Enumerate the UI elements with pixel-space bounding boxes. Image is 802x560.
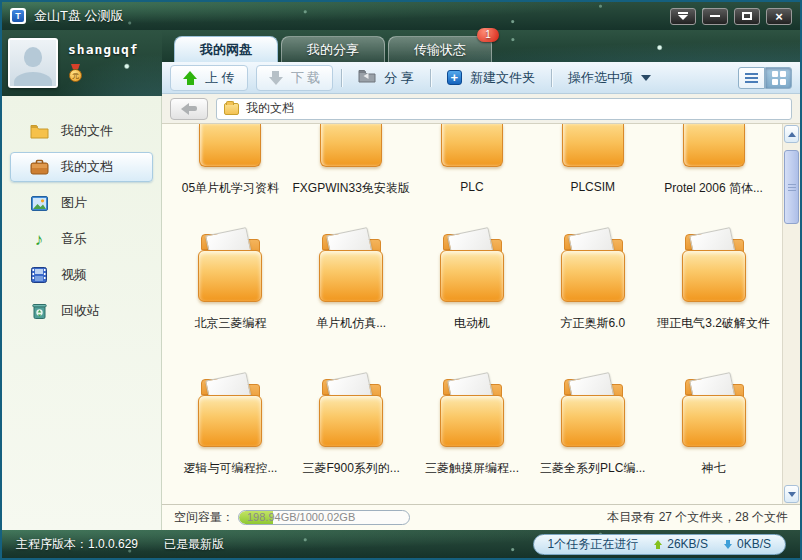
capacity-value: 198.94GB/1000.02GB bbox=[247, 511, 355, 524]
sidebar-item-recycle-bin[interactable]: 回收站 bbox=[10, 296, 153, 326]
folder-label: Protel 2006 简体... bbox=[664, 180, 763, 197]
minimize-button[interactable] bbox=[702, 8, 728, 25]
folder-item[interactable]: Protel 2006 简体... bbox=[653, 124, 774, 222]
folder-item[interactable]: 电动机 bbox=[412, 222, 533, 367]
back-arrow-icon bbox=[181, 103, 197, 115]
folder-item[interactable]: 方正奥斯6.0 bbox=[532, 222, 653, 367]
window-title: 金山T盘 公测版 bbox=[34, 7, 124, 25]
folder-item[interactable]: 三菱全系列PLC编... bbox=[532, 367, 653, 504]
download-speed-icon bbox=[724, 540, 732, 549]
tab-transfer-status[interactable]: 传输状态 1 bbox=[388, 36, 492, 62]
status-bar: 主程序版本：1.0.0.629 已是最新版 1个任务正在进行 26KB/S 0K… bbox=[2, 530, 800, 558]
share-button[interactable]: 分 享 bbox=[350, 66, 422, 90]
recycle-bin-icon bbox=[29, 302, 49, 320]
download-speed: 0KB/S bbox=[737, 537, 771, 551]
breadcrumb-bar: 我的文档 bbox=[162, 94, 800, 124]
maximize-icon bbox=[742, 12, 752, 20]
folder-item[interactable]: 神七 bbox=[653, 367, 774, 504]
folder-item[interactable]: 逻辑与可编程控... bbox=[170, 367, 291, 504]
breadcrumb-path: 我的文档 bbox=[246, 100, 294, 117]
tab-my-drive[interactable]: 我的网盘 bbox=[174, 36, 278, 62]
grid-view-button[interactable] bbox=[765, 67, 792, 89]
chevron-up-icon bbox=[788, 132, 796, 137]
sidebar-item-label: 图片 bbox=[61, 194, 87, 212]
sidebar-item-music[interactable]: ♪ 音乐 bbox=[10, 224, 153, 254]
folder-label: PLCSIM bbox=[570, 180, 615, 194]
sidebar-item-label: 我的文件 bbox=[61, 122, 113, 140]
maximize-button[interactable] bbox=[734, 8, 760, 25]
sidebar-item-label: 我的文档 bbox=[61, 158, 113, 176]
tray-collapse-button[interactable] bbox=[670, 8, 696, 25]
minimize-icon bbox=[710, 15, 720, 17]
app-window: T 金山T盘 公测版 × shanguqf 元 bbox=[0, 0, 802, 560]
file-grid: 05单片机学习资料 FXGPWIN33免安装版 PLC PLCSIM Prote… bbox=[162, 124, 800, 504]
list-view-button[interactable] bbox=[738, 67, 765, 89]
folder-item[interactable]: 三菱F900系列的... bbox=[291, 367, 412, 504]
app-logo-icon: T bbox=[10, 8, 26, 24]
chevron-down-icon bbox=[788, 492, 796, 497]
tab-strip: 我的网盘 我的分享 传输状态 1 bbox=[162, 30, 800, 62]
folder-icon bbox=[439, 230, 505, 302]
folder-label: 单片机仿真... bbox=[316, 315, 386, 332]
scrollbar-thumb[interactable] bbox=[784, 150, 799, 224]
folder-item[interactable]: 05单片机学习资料 bbox=[170, 124, 291, 222]
folder-label: 电动机 bbox=[454, 315, 490, 332]
sidebar-item-videos[interactable]: 视频 bbox=[10, 260, 153, 290]
task-status: 1个任务正在进行 bbox=[548, 536, 639, 553]
version-text: 主程序版本：1.0.0.629 bbox=[16, 536, 138, 553]
operations-dropdown[interactable]: 操作选中项 bbox=[560, 66, 659, 90]
folder-icon bbox=[681, 230, 747, 302]
folder-item[interactable]: 单片机仿真... bbox=[291, 222, 412, 367]
sidebar-item-label: 回收站 bbox=[61, 302, 100, 320]
path-box[interactable]: 我的文档 bbox=[216, 98, 792, 120]
folder-label: 神七 bbox=[702, 460, 726, 477]
folder-item[interactable]: 理正电气3.2破解文件 bbox=[653, 222, 774, 367]
scroll-up-button[interactable] bbox=[784, 125, 799, 143]
folder-icon bbox=[683, 124, 745, 167]
folder-icon bbox=[441, 124, 503, 167]
folder-icon bbox=[197, 375, 263, 447]
folder-icon bbox=[562, 124, 624, 167]
folder-icon bbox=[560, 230, 626, 302]
picture-icon bbox=[29, 194, 49, 212]
folder-label: 三菱F900系列的... bbox=[303, 460, 400, 477]
folder-icon bbox=[318, 375, 384, 447]
sidebar-item-pictures[interactable]: 图片 bbox=[10, 188, 153, 218]
folder-item[interactable]: 三菱触摸屏编程... bbox=[412, 367, 533, 504]
scrollbar[interactable] bbox=[782, 124, 800, 504]
folder-item[interactable]: 北京三菱编程 bbox=[170, 222, 291, 367]
close-button[interactable]: × bbox=[766, 8, 792, 25]
download-button[interactable]: 下 载 bbox=[256, 65, 334, 91]
medal-icon: 元 bbox=[68, 64, 83, 82]
window-controls: × bbox=[670, 8, 792, 25]
sidebar-item-my-documents[interactable]: 我的文档 bbox=[10, 152, 153, 182]
folder-item[interactable]: PLCSIM bbox=[532, 124, 653, 222]
back-button[interactable] bbox=[170, 98, 208, 120]
upload-arrow-icon bbox=[183, 71, 197, 85]
folder-icon bbox=[224, 103, 239, 115]
folder-label: 三菱全系列PLC编... bbox=[540, 460, 645, 477]
transfer-pill[interactable]: 1个任务正在进行 26KB/S 0KB/S bbox=[533, 534, 786, 555]
briefcase-icon bbox=[29, 158, 49, 176]
folder-icon bbox=[318, 230, 384, 302]
folder-icon bbox=[439, 375, 505, 447]
new-folder-button[interactable]: + 新建文件夹 bbox=[439, 66, 543, 90]
folder-icon bbox=[197, 230, 263, 302]
toolbar: 上 传 下 载 分 享 + 新建文件夹 bbox=[162, 62, 800, 94]
sidebar-item-my-files[interactable]: 我的文件 bbox=[10, 116, 153, 146]
avatar[interactable] bbox=[8, 38, 58, 88]
upload-button[interactable]: 上 传 bbox=[170, 65, 248, 91]
folder-label: 三菱触摸屏编程... bbox=[425, 460, 519, 477]
scroll-down-button[interactable] bbox=[784, 485, 799, 503]
folder-label: PLC bbox=[460, 180, 483, 194]
folder-icon bbox=[320, 124, 382, 167]
plus-icon: + bbox=[447, 70, 462, 85]
capacity-label: 空间容量： bbox=[174, 509, 234, 526]
folder-item[interactable]: FXGPWIN33免安装版 bbox=[291, 124, 412, 222]
directory-summary: 本目录有 27 个文件夹，28 个文件 bbox=[607, 509, 788, 526]
capacity-progress: 198.94GB/1000.02GB bbox=[238, 510, 410, 525]
folder-icon bbox=[681, 375, 747, 447]
folder-item[interactable]: PLC bbox=[412, 124, 533, 222]
tab-my-shares[interactable]: 我的分享 bbox=[281, 36, 385, 62]
folder-row: 北京三菱编程 单片机仿真... 电动机 方正奥斯6.0 理正电气3.2破解文件 bbox=[162, 222, 782, 367]
